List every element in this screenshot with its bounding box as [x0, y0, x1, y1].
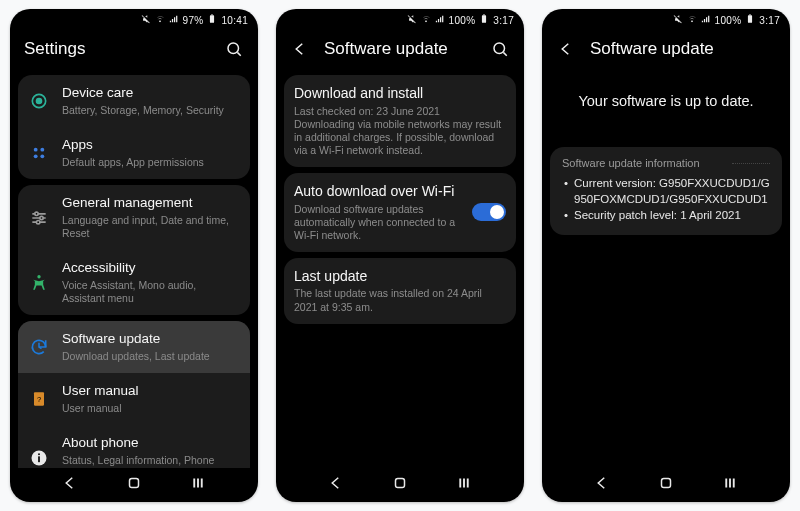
nav-recents[interactable] [453, 472, 475, 494]
screen-header: Software update [542, 29, 790, 69]
nav-back[interactable] [325, 472, 347, 494]
svg-line-29 [503, 52, 506, 55]
svg-rect-26 [482, 15, 486, 23]
svg-rect-36 [662, 479, 671, 488]
update-row-download-and-install[interactable]: Download and installLast checked on: 23 … [284, 75, 516, 167]
svg-point-28 [494, 43, 505, 54]
row-label: Download and install [294, 85, 506, 103]
svg-point-7 [40, 148, 44, 152]
info-icon [28, 448, 50, 468]
signal-icon [435, 14, 445, 26]
nav-back[interactable] [591, 472, 613, 494]
settings-group: General managementLanguage and input, Da… [18, 185, 250, 315]
manual-icon: ? [28, 389, 50, 409]
update-row-auto-download-over-wi-fi[interactable]: Auto download over Wi-FiDownload softwar… [284, 173, 516, 252]
nav-home[interactable] [389, 472, 411, 494]
update-row-last-update[interactable]: Last updateThe last update was installed… [284, 258, 516, 324]
page-title: Settings [24, 39, 210, 59]
svg-point-8 [34, 154, 38, 158]
row-label: General management [62, 195, 240, 212]
nav-bar [542, 468, 790, 502]
row-subtext: The last update was installed on 24 Apri… [294, 287, 506, 313]
clock-text: 3:17 [493, 15, 514, 26]
battery-text: 100% [715, 15, 742, 26]
status-bar: 100% 3:17 [542, 9, 790, 29]
row-subtext: User manual [62, 402, 240, 415]
mute-icon [673, 14, 683, 26]
info-line: Security patch level: 1 April 2021 [564, 207, 770, 223]
row-subtext: Download software updates automatically … [294, 203, 460, 242]
svg-point-11 [35, 212, 38, 215]
svg-point-16 [37, 275, 40, 278]
svg-rect-0 [210, 15, 214, 23]
apps-icon [28, 143, 50, 163]
screen-header: Settings [10, 29, 258, 69]
uptodate-message: Your software is up to date. [550, 69, 782, 139]
nav-home[interactable] [123, 472, 145, 494]
phone-software-update: 100% 3:17 Software update Download and i… [276, 9, 524, 502]
svg-rect-35 [749, 14, 751, 15]
row-label: Device care [62, 85, 240, 102]
row-subtext: Battery, Storage, Memory, Security [62, 104, 240, 117]
svg-rect-34 [748, 15, 752, 23]
status-bar: 97% 10:41 [10, 9, 258, 29]
status-bar: 100% 3:17 [276, 9, 524, 29]
svg-line-3 [237, 52, 240, 55]
wifi-icon [687, 14, 697, 26]
info-line: Current version: G950FXXUCDUD1/G950FOXMC… [564, 175, 770, 207]
settings-row-general-management[interactable]: General managementLanguage and input, Da… [18, 185, 250, 250]
nav-back[interactable] [59, 472, 81, 494]
update-info-heading: Software update information [562, 157, 770, 169]
nav-bar [276, 468, 524, 502]
mute-icon [141, 14, 151, 26]
row-subtext: Default apps, App permissions [62, 156, 240, 169]
update-info-list: Current version: G950FXXUCDUD1/G950FOXMC… [562, 175, 770, 223]
battery-icon [207, 14, 217, 26]
battery-text: 100% [449, 15, 476, 26]
nav-bar [10, 468, 258, 502]
wifi-icon [421, 14, 431, 26]
search-button[interactable] [224, 39, 244, 59]
clock-text: 3:17 [759, 15, 780, 26]
svg-rect-20 [38, 456, 40, 462]
row-label: User manual [62, 383, 240, 400]
battery-icon [745, 14, 755, 26]
svg-text:?: ? [37, 396, 41, 405]
settings-row-user-manual[interactable]: ?User manualUser manual [18, 373, 250, 425]
svg-point-15 [37, 220, 40, 223]
row-label: Software update [62, 331, 240, 348]
uptodate-content: Your software is up to date. Software up… [542, 69, 790, 468]
phone-up-to-date: 100% 3:17 Software update Your software … [542, 9, 790, 502]
nav-recents[interactable] [719, 472, 741, 494]
settings-row-software-update[interactable]: Software updateDownload updates, Last up… [18, 321, 250, 373]
update-icon [28, 337, 50, 357]
nav-home[interactable] [655, 472, 677, 494]
page-title: Software update [324, 39, 476, 59]
settings-row-apps[interactable]: AppsDefault apps, App permissions [18, 127, 250, 179]
search-button[interactable] [490, 39, 510, 59]
row-subtext: Last checked on: 23 June 2021 Downloadin… [294, 105, 506, 158]
settings-row-device-care[interactable]: Device careBattery, Storage, Memory, Sec… [18, 75, 250, 127]
accessibility-icon [28, 273, 50, 293]
settings-row-accessibility[interactable]: AccessibilityVoice Assistant, Mono audio… [18, 250, 250, 315]
phone-settings: 97% 10:41 Settings Device careBattery, S… [10, 9, 258, 502]
row-label: Accessibility [62, 260, 240, 277]
svg-point-6 [34, 148, 38, 152]
wifi-auto-toggle[interactable] [472, 203, 506, 221]
sliders-icon [28, 208, 50, 228]
update-item: Last updateThe last update was installed… [284, 258, 516, 324]
back-button[interactable] [556, 39, 576, 59]
row-subtext: Language and input, Date and time, Reset [62, 214, 240, 240]
row-subtext: Voice Assistant, Mono audio, Assistant m… [62, 279, 240, 305]
svg-rect-22 [130, 479, 139, 488]
screen-header: Software update [276, 29, 524, 69]
back-button[interactable] [290, 39, 310, 59]
device-care-icon [28, 91, 50, 111]
page-title: Software update [590, 39, 776, 59]
row-subtext: Download updates, Last update [62, 350, 240, 363]
settings-row-about-phone[interactable]: About phoneStatus, Legal information, Ph… [18, 425, 250, 468]
nav-recents[interactable] [187, 472, 209, 494]
update-info-card: Software update information Current vers… [550, 147, 782, 235]
row-label: About phone [62, 435, 240, 452]
signal-icon [701, 14, 711, 26]
